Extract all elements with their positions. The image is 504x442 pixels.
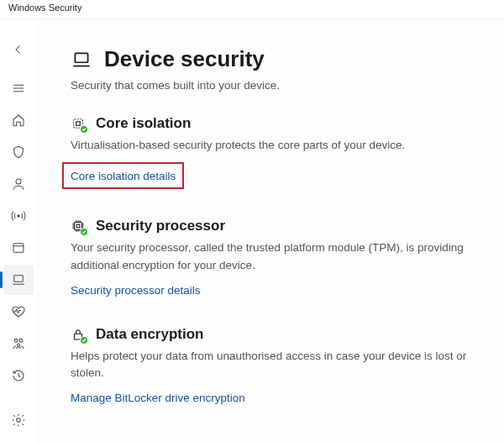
page-subtitle: Security that comes built into your devi… (71, 79, 470, 92)
nav-device-performance[interactable] (3, 297, 34, 327)
family-icon (11, 336, 26, 351)
arrow-left-icon (11, 42, 26, 57)
window-titlebar: Windows Security (0, 0, 504, 18)
nav-history[interactable] (3, 360, 34, 391)
svg-point-7 (17, 418, 21, 423)
manage-bitlocker-link[interactable]: Manage BitLocker drive encryption (71, 392, 245, 404)
nav-firewall[interactable] (3, 201, 34, 231)
svg-rect-8 (75, 53, 87, 62)
status-ok-icon (80, 125, 88, 134)
nav-home[interactable] (3, 105, 34, 135)
section-desc: Helps protect your data from unauthorise… (71, 348, 470, 382)
svg-point-6 (18, 344, 20, 346)
page-header: Device security (71, 46, 470, 72)
window-icon (11, 240, 26, 255)
section-header: Data encryption (71, 326, 470, 343)
section-core-isolation: Core isolation Virtualisation-based secu… (71, 115, 470, 189)
heart-pulse-icon (11, 304, 26, 319)
page-title: Device security (104, 46, 265, 72)
gear-icon (11, 413, 26, 428)
section-desc: Virtualisation-based security protects t… (71, 137, 470, 154)
chip-dotted-icon (71, 116, 86, 131)
section-data-encryption: Data encryption Helps protect your data … (71, 326, 470, 406)
svg-point-1 (18, 215, 19, 217)
security-processor-details-link[interactable]: Security processor details (71, 284, 201, 297)
section-desc: Your security processor, called the trus… (71, 239, 470, 274)
hamburger-icon (11, 81, 26, 96)
section-title: Security processor (96, 218, 225, 234)
status-ok-icon (80, 228, 88, 236)
main-content: Device security Security that comes buil… (37, 19, 504, 442)
nav-virus[interactable] (3, 137, 34, 167)
svg-point-5 (19, 339, 23, 342)
svg-point-0 (16, 179, 21, 184)
account-icon (11, 176, 26, 192)
home-icon (11, 113, 26, 128)
lock-icon (71, 327, 86, 342)
shield-icon (11, 145, 26, 160)
svg-rect-12 (76, 224, 80, 228)
laptop-icon (11, 272, 26, 287)
history-icon (11, 368, 26, 383)
section-header: Core isolation (71, 115, 470, 132)
svg-point-4 (14, 339, 18, 342)
nav-family[interactable] (3, 329, 34, 359)
app-shell: Device security Security that comes buil… (0, 18, 504, 442)
section-title: Core isolation (96, 115, 191, 132)
svg-rect-3 (14, 276, 24, 282)
nav-settings[interactable] (3, 405, 34, 435)
status-ok-icon (80, 336, 88, 345)
nav-account[interactable] (3, 169, 34, 199)
highlight-annotation: Core isolation details (62, 162, 184, 189)
svg-rect-10 (76, 122, 81, 126)
window-title: Windows Security (8, 3, 81, 13)
back-button[interactable] (3, 34, 34, 65)
laptop-icon (71, 49, 92, 71)
section-header: Security processor (71, 218, 470, 234)
chip-icon (71, 218, 86, 234)
broadcast-icon (11, 208, 26, 224)
core-isolation-details-link[interactable]: Core isolation details (71, 170, 176, 182)
section-title: Data encryption (96, 326, 203, 343)
nav-app-browser[interactable] (3, 233, 34, 263)
nav-hamburger[interactable] (3, 73, 34, 103)
nav-device-security[interactable] (3, 265, 34, 295)
section-security-processor: Security processor Your security process… (71, 218, 470, 297)
svg-rect-2 (13, 244, 24, 253)
sidebar (0, 19, 37, 442)
